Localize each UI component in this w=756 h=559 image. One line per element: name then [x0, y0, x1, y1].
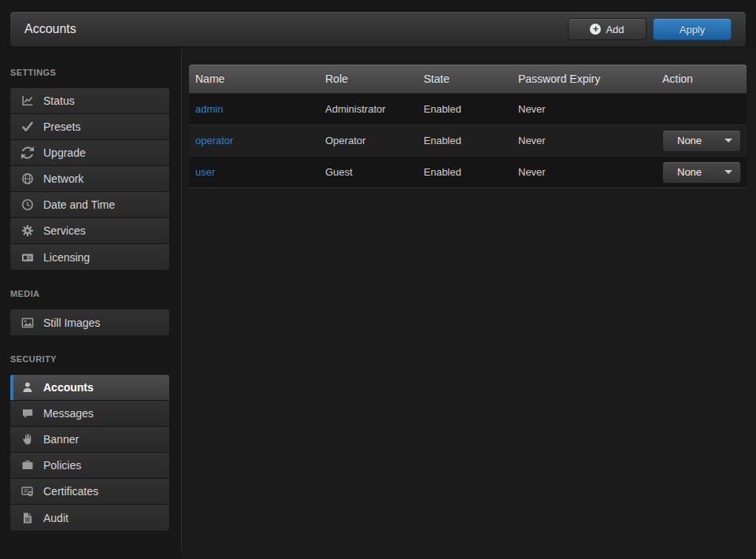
sidebar: SETTINGS Status Presets Upgrade [9, 47, 170, 531]
sidebar-item-label: Licensing [43, 251, 90, 264]
sidebar-item-policies[interactable]: Policies [10, 453, 169, 479]
action-cell: None [658, 161, 747, 183]
hand-icon [21, 433, 34, 446]
page-header: Accounts + Add Apply [9, 11, 747, 47]
password-expiry-cell: Never [512, 103, 658, 115]
sidebar-item-label: Policies [43, 459, 81, 472]
briefcase-icon [21, 459, 34, 472]
apply-button-label: Apply [680, 24, 706, 35]
column-header-name: Name [189, 72, 319, 85]
sidebar-item-label: Banner [43, 433, 79, 446]
sidebar-item-label: Messages [43, 407, 94, 420]
action-dropdown[interactable]: None [662, 161, 741, 183]
sidebar-item-presets[interactable]: Presets [10, 114, 169, 140]
username-link[interactable]: operator [195, 135, 233, 146]
accounts-table: Name Role State Password Expiry Action a… [189, 65, 747, 188]
sidebar-item-status[interactable]: Status [10, 88, 169, 114]
table-header-row: Name Role State Password Expiry Action [189, 65, 747, 93]
sidebar-item-audit[interactable]: Audit [10, 505, 169, 531]
page-title: Accounts [24, 22, 76, 36]
password-expiry-cell: Never [512, 135, 658, 146]
table-row: admin Administrator Enabled Never [189, 93, 747, 124]
table-row: operator Operator Enabled Never None [189, 124, 747, 156]
role-cell: Guest [319, 166, 417, 178]
clock-icon [21, 198, 34, 211]
column-header-state: State [417, 72, 512, 85]
certificate-icon [21, 485, 34, 498]
action-dropdown[interactable]: None [662, 130, 741, 152]
gear-icon [21, 224, 34, 237]
sidebar-divider [181, 49, 182, 553]
sidebar-item-label: Services [43, 224, 86, 237]
sidebar-item-label: Accounts [43, 381, 94, 394]
state-cell: Enabled [417, 135, 512, 146]
sidebar-item-label: Still Images [43, 317, 100, 329]
apply-button[interactable]: Apply [653, 18, 732, 40]
nav-group-security: Accounts Messages Banner Policies [9, 374, 170, 531]
sidebar-item-date-time[interactable]: Date and Time [10, 192, 169, 218]
user-icon [21, 381, 34, 394]
password-expiry-cell: Never [512, 166, 658, 178]
role-cell: Operator [319, 135, 417, 146]
nav-group-settings: Status Presets Upgrade Network [9, 87, 170, 271]
section-label-security: SECURITY [10, 354, 170, 364]
refresh-icon [21, 146, 34, 159]
sidebar-item-messages[interactable]: Messages [10, 401, 169, 427]
add-button[interactable]: + Add [568, 18, 647, 40]
state-cell: Enabled [417, 103, 512, 115]
license-card-icon [21, 251, 34, 264]
sidebar-item-accounts[interactable]: Accounts [10, 375, 169, 401]
chevron-down-icon [724, 139, 732, 143]
column-header-role: Role [319, 72, 417, 85]
sidebar-section-security: SECURITY Accounts Messages Banner [9, 354, 170, 531]
plus-icon: + [590, 24, 601, 35]
sidebar-item-label: Presets [43, 120, 80, 133]
sidebar-item-network[interactable]: Network [10, 166, 169, 192]
sidebar-item-label: Network [43, 172, 83, 185]
sidebar-item-licensing[interactable]: Licensing [10, 244, 169, 270]
sidebar-item-label: Date and Time [43, 198, 115, 211]
column-header-action: Action [658, 72, 747, 85]
sidebar-item-label: Status [43, 94, 75, 107]
add-button-label: Add [606, 24, 624, 35]
checkmark-icon [21, 120, 34, 133]
sidebar-item-still-images[interactable]: Still Images [10, 309, 169, 335]
sidebar-item-label: Audit [43, 512, 69, 524]
state-cell: Enabled [417, 166, 512, 178]
sidebar-item-label: Certificates [43, 485, 98, 498]
role-cell: Administrator [319, 103, 417, 115]
username-link[interactable]: user [195, 166, 215, 178]
sidebar-section-media: MEDIA Still Images [9, 289, 170, 336]
section-label-media: MEDIA [10, 289, 170, 298]
column-header-password-expiry: Password Expiry [512, 72, 658, 85]
globe-icon [21, 172, 34, 185]
status-chart-icon [21, 94, 34, 107]
table-row: user Guest Enabled Never None [189, 156, 747, 187]
action-dropdown-value: None [677, 135, 724, 146]
action-dropdown-value: None [677, 166, 724, 178]
section-label-settings: SETTINGS [10, 68, 170, 77]
sidebar-item-banner[interactable]: Banner [10, 427, 169, 453]
nav-group-media: Still Images [9, 309, 170, 336]
sidebar-item-upgrade[interactable]: Upgrade [10, 140, 169, 166]
sidebar-item-label: Upgrade [43, 146, 86, 159]
chevron-down-icon [724, 170, 732, 174]
action-cell: None [658, 130, 747, 152]
document-icon [21, 512, 34, 524]
sidebar-section-settings: SETTINGS Status Presets Upgrade [9, 68, 170, 271]
sidebar-item-services[interactable]: Services [10, 218, 169, 244]
sidebar-item-certificates[interactable]: Certificates [10, 479, 169, 505]
username-link[interactable]: admin [195, 103, 223, 115]
image-icon [21, 317, 34, 329]
speech-bubble-icon [21, 407, 34, 420]
